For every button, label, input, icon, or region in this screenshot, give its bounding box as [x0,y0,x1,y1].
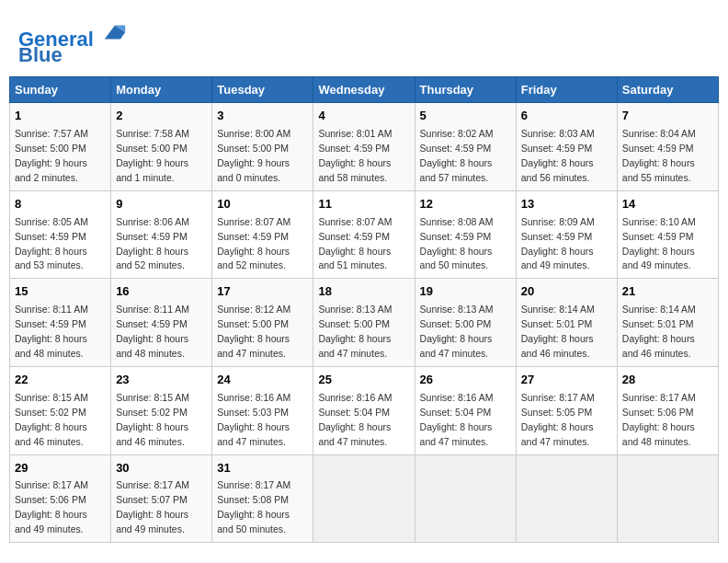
logo-icon [101,18,129,46]
calendar-cell [415,454,516,543]
day-info: Sunrise: 8:11 AMSunset: 4:59 PMDaylight:… [116,304,189,359]
day-info: Sunrise: 8:02 AMSunset: 4:59 PMDaylight:… [420,128,494,183]
day-info: Sunrise: 8:13 AMSunset: 5:00 PMDaylight:… [420,304,494,359]
calendar-cell: 5 Sunrise: 8:02 AMSunset: 4:59 PMDayligh… [415,103,516,191]
calendar-cell: 21 Sunrise: 8:14 AMSunset: 5:01 PMDaylig… [617,279,718,367]
day-info: Sunrise: 8:12 AMSunset: 5:00 PMDaylight:… [217,304,290,359]
calendar-cell [313,454,415,543]
day-number: 9 [116,196,207,213]
day-number: 16 [116,283,207,301]
calendar-cell: 3 Sunrise: 8:00 AMSunset: 5:00 PMDayligh… [212,103,313,191]
calendar-header-row: SundayMondayTuesdayWednesdayThursdayFrid… [10,77,719,103]
header: General Blue [9,9,719,72]
page-container: General Blue SundayMondayTuesdayWednesda… [9,9,719,543]
day-info: Sunrise: 8:16 AMSunset: 5:04 PMDaylight:… [420,392,494,447]
calendar-cell: 10 Sunrise: 8:07 AMSunset: 4:59 PMDaylig… [212,190,313,279]
day-number: 31 [217,460,308,477]
calendar-cell: 1 Sunrise: 7:57 AMSunset: 5:00 PMDayligh… [10,103,111,191]
day-number: 14 [622,196,713,213]
calendar-week-row: 29 Sunrise: 8:17 AMSunset: 5:06 PMDaylig… [10,454,719,543]
day-info: Sunrise: 8:06 AMSunset: 4:59 PMDaylight:… [116,216,189,271]
calendar-cell: 28 Sunrise: 8:17 AMSunset: 5:06 PMDaylig… [617,366,718,454]
calendar-cell: 6 Sunrise: 8:03 AMSunset: 4:59 PMDayligh… [516,103,617,191]
weekday-header: Monday [111,77,212,103]
day-number: 1 [15,108,106,125]
calendar-cell: 7 Sunrise: 8:04 AMSunset: 4:59 PMDayligh… [617,103,718,191]
day-number: 17 [217,283,308,301]
calendar-cell [516,454,617,543]
day-info: Sunrise: 8:04 AMSunset: 4:59 PMDaylight:… [622,128,696,183]
weekday-header: Friday [516,77,617,103]
day-info: Sunrise: 8:13 AMSunset: 5:00 PMDaylight:… [318,304,392,359]
day-number: 24 [217,372,308,389]
calendar-table: SundayMondayTuesdayWednesdayThursdayFrid… [9,76,719,543]
day-number: 22 [15,372,106,389]
day-number: 23 [116,372,207,389]
day-number: 21 [622,283,713,301]
calendar-week-row: 22 Sunrise: 8:15 AMSunset: 5:02 PMDaylig… [10,366,719,454]
day-number: 4 [318,108,409,125]
day-info: Sunrise: 8:01 AMSunset: 4:59 PMDaylight:… [318,128,392,183]
calendar-cell [617,454,718,543]
calendar-week-row: 8 Sunrise: 8:05 AMSunset: 4:59 PMDayligh… [10,190,719,279]
day-info: Sunrise: 8:16 AMSunset: 5:04 PMDaylight:… [318,392,392,447]
logo: General Blue [18,18,129,67]
day-number: 20 [521,283,612,301]
calendar-cell: 30 Sunrise: 8:17 AMSunset: 5:07 PMDaylig… [111,454,212,543]
day-info: Sunrise: 8:08 AMSunset: 4:59 PMDaylight:… [420,216,494,271]
day-info: Sunrise: 8:07 AMSunset: 4:59 PMDaylight:… [318,216,392,271]
calendar-cell: 2 Sunrise: 7:58 AMSunset: 5:00 PMDayligh… [111,103,212,191]
calendar-cell: 26 Sunrise: 8:16 AMSunset: 5:04 PMDaylig… [415,366,516,454]
weekday-header: Sunday [10,77,111,103]
calendar-cell: 23 Sunrise: 8:15 AMSunset: 5:02 PMDaylig… [111,366,212,454]
weekday-header: Tuesday [212,77,313,103]
calendar-cell: 16 Sunrise: 8:11 AMSunset: 4:59 PMDaylig… [111,279,212,367]
day-number: 11 [318,196,409,213]
day-info: Sunrise: 8:10 AMSunset: 4:59 PMDaylight:… [622,216,696,271]
calendar-cell: 4 Sunrise: 8:01 AMSunset: 4:59 PMDayligh… [313,103,415,191]
day-number: 6 [521,108,612,125]
calendar-cell: 12 Sunrise: 8:08 AMSunset: 4:59 PMDaylig… [415,190,516,279]
day-number: 25 [318,372,409,389]
calendar-cell: 8 Sunrise: 8:05 AMSunset: 4:59 PMDayligh… [10,190,111,279]
day-number: 27 [521,372,612,389]
calendar-week-row: 1 Sunrise: 7:57 AMSunset: 5:00 PMDayligh… [10,103,719,191]
day-info: Sunrise: 8:16 AMSunset: 5:03 PMDaylight:… [217,392,290,447]
weekday-header: Wednesday [313,77,415,103]
day-info: Sunrise: 8:15 AMSunset: 5:02 PMDaylight:… [15,392,88,447]
calendar-cell: 20 Sunrise: 8:14 AMSunset: 5:01 PMDaylig… [516,279,617,367]
calendar-cell: 18 Sunrise: 8:13 AMSunset: 5:00 PMDaylig… [313,279,415,367]
day-info: Sunrise: 8:17 AMSunset: 5:06 PMDaylight:… [15,479,88,534]
day-number: 13 [521,196,612,213]
day-info: Sunrise: 8:11 AMSunset: 4:59 PMDaylight:… [15,304,88,359]
day-number: 26 [420,372,511,389]
day-info: Sunrise: 8:17 AMSunset: 5:05 PMDaylight:… [521,392,595,447]
day-number: 5 [420,108,511,125]
day-number: 10 [217,196,308,213]
day-info: Sunrise: 7:57 AMSunset: 5:00 PMDaylight:… [15,128,88,183]
day-info: Sunrise: 8:17 AMSunset: 5:07 PMDaylight:… [116,479,189,534]
day-info: Sunrise: 8:03 AMSunset: 4:59 PMDaylight:… [521,128,595,183]
day-info: Sunrise: 8:00 AMSunset: 5:00 PMDaylight:… [217,128,290,183]
day-info: Sunrise: 8:09 AMSunset: 4:59 PMDaylight:… [521,216,595,271]
day-number: 28 [622,372,713,389]
calendar-cell: 15 Sunrise: 8:11 AMSunset: 4:59 PMDaylig… [10,279,111,367]
day-number: 3 [217,108,308,125]
day-number: 19 [420,283,511,301]
calendar-cell: 11 Sunrise: 8:07 AMSunset: 4:59 PMDaylig… [313,190,415,279]
day-number: 12 [420,196,511,213]
calendar-cell: 31 Sunrise: 8:17 AMSunset: 5:08 PMDaylig… [212,454,313,543]
weekday-header: Thursday [415,77,516,103]
day-number: 8 [15,196,106,213]
calendar-cell: 22 Sunrise: 8:15 AMSunset: 5:02 PMDaylig… [10,366,111,454]
day-info: Sunrise: 8:07 AMSunset: 4:59 PMDaylight:… [217,216,290,271]
day-info: Sunrise: 8:17 AMSunset: 5:08 PMDaylight:… [217,479,290,534]
calendar-cell: 17 Sunrise: 8:12 AMSunset: 5:00 PMDaylig… [212,279,313,367]
calendar-cell: 9 Sunrise: 8:06 AMSunset: 4:59 PMDayligh… [111,190,212,279]
calendar-cell: 27 Sunrise: 8:17 AMSunset: 5:05 PMDaylig… [516,366,617,454]
day-number: 2 [116,108,207,125]
day-info: Sunrise: 8:14 AMSunset: 5:01 PMDaylight:… [521,304,595,359]
calendar-cell: 24 Sunrise: 8:16 AMSunset: 5:03 PMDaylig… [212,366,313,454]
day-number: 18 [318,283,409,301]
calendar-cell: 29 Sunrise: 8:17 AMSunset: 5:06 PMDaylig… [10,454,111,543]
